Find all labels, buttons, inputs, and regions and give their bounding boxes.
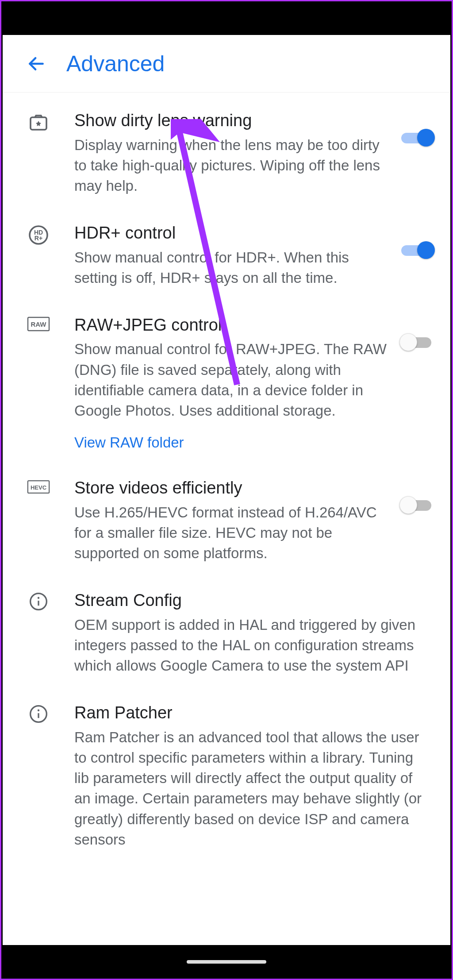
setting-title: RAW+JPEG control <box>74 315 388 336</box>
hdr-plus-icon: HD R+ <box>27 224 50 247</box>
android-nav-bar <box>1 945 452 979</box>
setting-raw-jpeg-control[interactable]: RAW RAW+JPEG control Show manual control… <box>3 301 450 464</box>
setting-title: HDR+ control <box>74 223 388 244</box>
setting-desc: OEM support is added in HAL and triggere… <box>74 615 428 676</box>
setting-desc: Show manual control for RAW+JPEG. The RA… <box>74 339 388 421</box>
app-screen: Advanced Show dirty lens warning Display… <box>3 35 450 945</box>
toggle-switch[interactable] <box>401 128 433 147</box>
camera-splat-icon <box>27 112 50 135</box>
toggle-switch[interactable] <box>401 332 433 351</box>
setting-desc: Show manual control for HDR+. When this … <box>74 247 388 288</box>
page-title: Advanced <box>66 51 165 77</box>
setting-desc: Display warning when the lens may be too… <box>74 135 388 197</box>
svg-point-11 <box>38 597 39 599</box>
toggle-switch[interactable] <box>401 240 433 259</box>
setting-hdr-plus-control[interactable]: HD R+ HDR+ control Show manual control f… <box>3 209 450 301</box>
hevc-icon: HEVC <box>27 479 50 502</box>
view-raw-folder-link[interactable]: View RAW folder <box>74 434 184 451</box>
back-button[interactable] <box>24 51 49 76</box>
setting-title: Ram Patcher <box>74 702 428 724</box>
setting-desc: Ram Patcher is an advanced tool that all… <box>74 727 428 850</box>
raw-icon: RAW <box>27 316 50 340</box>
info-icon <box>27 704 50 727</box>
svg-text:HEVC: HEVC <box>31 484 47 491</box>
toggle-switch[interactable] <box>401 495 433 514</box>
svg-text:RAW: RAW <box>31 320 47 328</box>
svg-text:R+: R+ <box>35 235 42 242</box>
svg-point-14 <box>38 710 39 711</box>
setting-ram-patcher[interactable]: Ram Patcher Ram Patcher is an advanced t… <box>3 689 450 863</box>
status-bar <box>1 1 452 35</box>
setting-title: Stream Config <box>74 590 428 611</box>
setting-stream-config[interactable]: Stream Config OEM support is added in HA… <box>3 577 450 689</box>
arrow-back-icon <box>27 54 46 73</box>
setting-title: Show dirty lens warning <box>74 110 388 131</box>
setting-title: Store videos efficiently <box>74 478 388 499</box>
nav-home-pill[interactable] <box>187 960 266 964</box>
app-bar: Advanced <box>3 35 450 93</box>
setting-dirty-lens-warning[interactable]: Show dirty lens warning Display warning … <box>3 97 450 209</box>
device-frame: Advanced Show dirty lens warning Display… <box>0 0 453 980</box>
info-icon <box>27 592 50 615</box>
settings-list: Show dirty lens warning Display warning … <box>3 93 450 868</box>
setting-desc: Use H.265/HEVC format instead of H.264/A… <box>74 502 388 564</box>
setting-store-videos-efficiently[interactable]: HEVC Store videos efficiently Use H.265/… <box>3 464 450 577</box>
